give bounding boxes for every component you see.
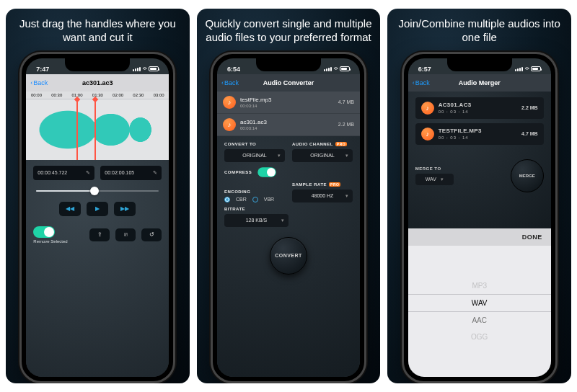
signal-icon bbox=[133, 67, 141, 71]
compress-toggle[interactable] bbox=[258, 167, 277, 177]
picker-option[interactable]: MP3 bbox=[408, 277, 551, 294]
file-row[interactable]: ♪ ac301.ac300:03:14 2.2 MB bbox=[217, 114, 360, 136]
sample-rate-label: SAMPLE RATE bbox=[292, 182, 327, 187]
audio-channel-dropdown[interactable]: ORIGINAL bbox=[292, 149, 353, 162]
back-button[interactable]: ‹ Back bbox=[30, 79, 48, 86]
remove-selected-toggle[interactable] bbox=[33, 226, 55, 238]
phone-frame: 6:54 ⌔ ‹ Back Audio Converter ♪ testFile… bbox=[211, 52, 366, 384]
music-icon: ♪ bbox=[421, 102, 434, 115]
trim-handle-end[interactable] bbox=[94, 99, 96, 160]
battery-icon bbox=[149, 66, 159, 71]
bitrate-label: BITRATE bbox=[224, 207, 288, 211]
screenshot-merger: Join/Combine multiple audios into one fi… bbox=[387, 9, 571, 383]
clock: 6:57 bbox=[418, 66, 431, 73]
signal-icon bbox=[515, 67, 523, 71]
time-ruler: 00:0000:3001:0001:3002:0002:3003:00 bbox=[26, 92, 169, 99]
save-button[interactable]: ⎚ bbox=[115, 228, 136, 241]
encoding-vbr-radio[interactable] bbox=[252, 197, 258, 202]
pencil-icon: ✎ bbox=[153, 170, 157, 176]
nav-bar: ‹ Back Audio Merger bbox=[408, 74, 551, 92]
convert-to-label: CONVERT TO bbox=[224, 142, 285, 146]
pro-badge: PRO bbox=[329, 182, 340, 187]
waveform[interactable] bbox=[26, 99, 169, 160]
wifi-icon: ⌔ bbox=[334, 66, 338, 73]
picker-option[interactable]: AAC bbox=[408, 312, 551, 329]
battery-icon bbox=[340, 66, 350, 71]
remove-selected-label: Remove Selected bbox=[33, 239, 67, 244]
screenshot-cutter: Just drag the handles where you want and… bbox=[6, 9, 190, 383]
merge-to-dropdown[interactable]: WAV bbox=[415, 174, 454, 185]
convert-button[interactable]: CONVERT bbox=[270, 237, 307, 275]
music-icon: ♪ bbox=[223, 118, 236, 131]
screen: 6:57 ⌔ ‹ Back Audio Merger ♪ AC301.AC300… bbox=[408, 58, 551, 378]
music-icon: ♪ bbox=[223, 96, 236, 109]
sample-rate-dropdown[interactable]: 48000 HZ bbox=[292, 190, 353, 202]
wifi-icon: ⌔ bbox=[143, 66, 146, 73]
pro-badge: PRO bbox=[335, 142, 347, 146]
share-button[interactable]: ⇪ bbox=[89, 228, 110, 241]
phone-frame: 6:57 ⌔ ‹ Back Audio Merger ♪ AC301.AC300… bbox=[402, 52, 558, 384]
file-row[interactable]: ♪ TESTFILE.MP300 : 03 : 14 4.7 MB bbox=[415, 123, 544, 145]
rewind-button[interactable]: ◀◀ bbox=[59, 202, 81, 216]
merge-to-label: MERGE TO bbox=[415, 166, 454, 171]
merge-button[interactable]: MERGE bbox=[511, 159, 544, 192]
undo-button[interactable]: ↺ bbox=[141, 228, 162, 241]
pencil-icon: ✎ bbox=[86, 170, 90, 176]
forward-button[interactable]: ▶▶ bbox=[114, 202, 136, 216]
picker-option[interactable]: OGG bbox=[408, 329, 551, 345]
screen: 6:54 ⌔ ‹ Back Audio Converter ♪ testFile… bbox=[217, 58, 360, 378]
audio-channel-label: AUDIO CHANNEL bbox=[292, 142, 333, 146]
wifi-icon: ⌔ bbox=[525, 66, 529, 73]
convert-to-dropdown[interactable]: ORIGINAL bbox=[224, 149, 285, 162]
caption: Quickly convert single and multiple audi… bbox=[197, 9, 381, 49]
signal-icon bbox=[324, 67, 332, 71]
playback-slider[interactable] bbox=[36, 190, 159, 192]
caption: Join/Combine multiple audios into one fi… bbox=[387, 9, 571, 49]
file-row[interactable]: ♪ testFile.mp300:03:14 4.7 MB bbox=[217, 92, 360, 114]
picker-option-selected[interactable]: WAV bbox=[408, 294, 551, 312]
clock: 7:47 bbox=[36, 66, 49, 73]
start-time-field[interactable]: 00:00:45.722✎ bbox=[33, 166, 94, 180]
phone-frame: 7:47 ⌔ ‹ Back ac301.ac3 00:0000:3001:000… bbox=[19, 52, 175, 384]
done-button[interactable]: DONE bbox=[408, 228, 551, 246]
battery-icon bbox=[531, 66, 541, 71]
end-time-field[interactable]: 00:02:00.105✎ bbox=[100, 166, 162, 180]
screen: 7:47 ⌔ ‹ Back ac301.ac3 00:0000:3001:000… bbox=[26, 58, 169, 378]
format-picker[interactable]: MP3 WAV AAC OGG bbox=[408, 246, 551, 377]
bitrate-dropdown[interactable]: 128 KB/S bbox=[224, 214, 288, 227]
back-button[interactable]: ‹ Back bbox=[413, 79, 430, 86]
compress-label: COMPRESS bbox=[224, 170, 252, 174]
back-button[interactable]: ‹ Back bbox=[221, 79, 239, 86]
trim-handle-start[interactable] bbox=[76, 99, 78, 160]
music-icon: ♪ bbox=[421, 128, 434, 141]
screenshot-converter: Quickly convert single and multiple audi… bbox=[197, 9, 381, 383]
caption: Just drag the handles where you want and… bbox=[6, 9, 190, 49]
file-row[interactable]: ♪ AC301.AC300 : 03 : 14 2.2 MB bbox=[415, 97, 544, 119]
nav-bar: ‹ Back Audio Converter bbox=[217, 74, 360, 92]
nav-bar: ‹ Back ac301.ac3 bbox=[26, 74, 169, 92]
play-button[interactable]: ▶ bbox=[87, 202, 108, 216]
file-list: ♪ testFile.mp300:03:14 4.7 MB ♪ ac301.ac… bbox=[217, 92, 360, 136]
encoding-cbr-radio[interactable] bbox=[224, 197, 230, 202]
encoding-label: ENCODING bbox=[224, 190, 285, 194]
clock: 6:54 bbox=[227, 66, 240, 73]
